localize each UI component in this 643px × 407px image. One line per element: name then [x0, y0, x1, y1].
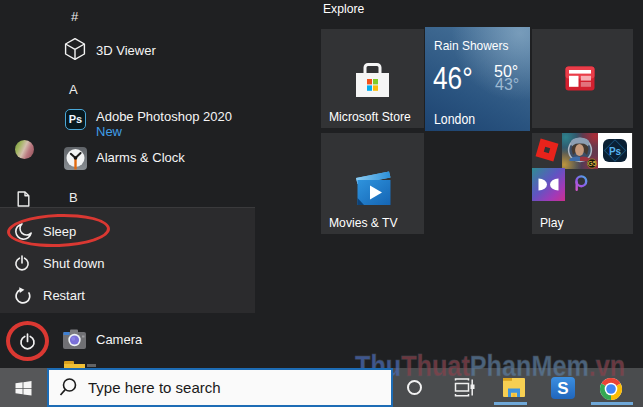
- svg-text:S: S: [557, 379, 568, 398]
- svg-text:Ps: Ps: [609, 146, 622, 157]
- svg-text:G5: G5: [588, 160, 597, 167]
